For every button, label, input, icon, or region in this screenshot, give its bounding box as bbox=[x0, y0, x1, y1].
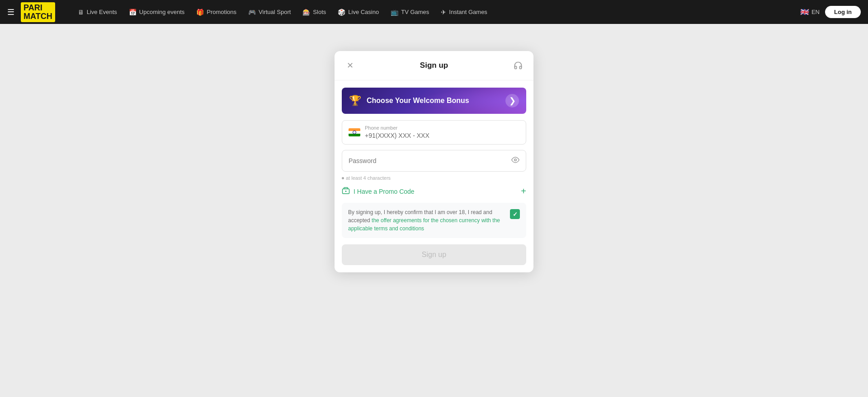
nav-item-virtual-sport[interactable]: 🎮 Virtual Sport bbox=[244, 6, 295, 19]
welcome-bonus-arrow-icon: ❯ bbox=[505, 94, 519, 107]
nav-item-live-events[interactable]: 🖥 Live Events bbox=[73, 6, 122, 19]
slots-icon: 🎰 bbox=[302, 9, 310, 16]
password-hint: at least 4 characters bbox=[342, 175, 526, 181]
nav-item-promotions-label: Promotions bbox=[207, 9, 236, 15]
phone-label: Phone number bbox=[365, 125, 519, 131]
uk-flag-icon: 🇬🇧 bbox=[800, 8, 809, 16]
nav-item-upcoming-events-label: Upcoming events bbox=[139, 9, 184, 15]
nav-bar: 🖥 Live Events 📅 Upcoming events 🎁 Promot… bbox=[73, 6, 800, 19]
nav-item-slots-label: Slots bbox=[313, 9, 326, 15]
support-headset-icon bbox=[514, 61, 523, 70]
language-selector[interactable]: 🇬🇧 EN bbox=[800, 8, 820, 16]
logo-pari: PARI bbox=[24, 3, 42, 12]
eye-icon[interactable] bbox=[511, 156, 519, 166]
password-input[interactable] bbox=[349, 157, 511, 164]
phone-info: Phone number +91(XXXX) XXX - XXX bbox=[365, 125, 519, 140]
nav-item-upcoming-events[interactable]: 📅 Upcoming events bbox=[124, 6, 189, 19]
modal-header: ✕ Sign up bbox=[335, 51, 533, 80]
svg-point-0 bbox=[514, 159, 517, 161]
upcoming-events-icon: 📅 bbox=[129, 9, 137, 16]
modal-support-button[interactable] bbox=[512, 59, 524, 72]
logo[interactable]: PARI MATCH bbox=[21, 2, 55, 22]
promo-code-row[interactable]: I Have a Promo Code + bbox=[342, 186, 526, 196]
nav-item-instant-games-label: Instant Games bbox=[449, 9, 487, 15]
modal-close-button[interactable]: ✕ bbox=[344, 59, 356, 72]
terms-text: By signing up, I hereby confirm that I a… bbox=[348, 208, 505, 233]
terms-box: By signing up, I hereby confirm that I a… bbox=[342, 203, 526, 238]
password-hint-text: at least 4 characters bbox=[346, 175, 391, 181]
signup-modal: ✕ Sign up 🏆 Choose Your Welcome Bonus ❯ bbox=[335, 51, 533, 272]
header: ☰ PARI MATCH 🖥 Live Events 📅 Upcoming ev… bbox=[0, 0, 868, 24]
live-events-icon: 🖥 bbox=[78, 9, 84, 16]
nav-item-promotions[interactable]: 🎁 Promotions bbox=[192, 6, 241, 19]
modal-body: 🏆 Choose Your Welcome Bonus ❯ Phone numb… bbox=[335, 80, 533, 272]
signup-button[interactable]: Sign up bbox=[342, 244, 526, 265]
nav-item-virtual-sport-label: Virtual Sport bbox=[259, 9, 291, 15]
phone-field[interactable]: Phone number +91(XXXX) XXX - XXX bbox=[342, 120, 526, 145]
india-flag-icon bbox=[349, 128, 360, 136]
tv-games-icon: 📺 bbox=[391, 9, 398, 16]
promotions-icon: 🎁 bbox=[196, 9, 204, 16]
promo-code-icon bbox=[342, 187, 350, 196]
welcome-bonus-text: Choose Your Welcome Bonus bbox=[367, 97, 505, 105]
nav-item-live-casino-label: Live Casino bbox=[348, 9, 379, 15]
nav-item-tv-games-label: TV Games bbox=[401, 9, 429, 15]
language-label: EN bbox=[811, 9, 820, 15]
modal-title: Sign up bbox=[420, 61, 448, 70]
hint-dot-icon bbox=[342, 177, 344, 179]
nav-item-tv-games[interactable]: 📺 TV Games bbox=[386, 6, 434, 19]
promo-code-left: I Have a Promo Code bbox=[342, 187, 415, 196]
main-content: ✕ Sign up 🏆 Choose Your Welcome Bonus ❯ bbox=[0, 24, 868, 397]
hamburger-menu-icon[interactable]: ☰ bbox=[7, 7, 14, 17]
password-field-wrap bbox=[342, 150, 526, 172]
nav-item-slots[interactable]: 🎰 Slots bbox=[298, 6, 330, 19]
live-casino-icon: 🎲 bbox=[338, 9, 345, 16]
header-right: 🇬🇧 EN Log in bbox=[800, 6, 861, 18]
promo-code-plus-icon: + bbox=[521, 186, 526, 196]
checkmark-icon: ✓ bbox=[513, 211, 518, 218]
nav-item-live-casino[interactable]: 🎲 Live Casino bbox=[333, 6, 383, 19]
nav-item-instant-games[interactable]: ✈ Instant Games bbox=[436, 6, 492, 19]
welcome-bonus-banner[interactable]: 🏆 Choose Your Welcome Bonus ❯ bbox=[342, 88, 526, 114]
login-button[interactable]: Log in bbox=[825, 6, 861, 18]
virtual-sport-icon: 🎮 bbox=[248, 9, 256, 16]
instant-games-icon: ✈ bbox=[441, 9, 446, 16]
nav-item-live-events-label: Live Events bbox=[87, 9, 117, 15]
welcome-bonus-icon: 🏆 bbox=[349, 95, 361, 107]
terms-checkbox[interactable]: ✓ bbox=[510, 209, 520, 219]
phone-placeholder: +91(XXXX) XXX - XXX bbox=[365, 132, 429, 139]
promo-code-label: I Have a Promo Code bbox=[354, 188, 415, 195]
logo-match: MATCH bbox=[24, 12, 52, 21]
